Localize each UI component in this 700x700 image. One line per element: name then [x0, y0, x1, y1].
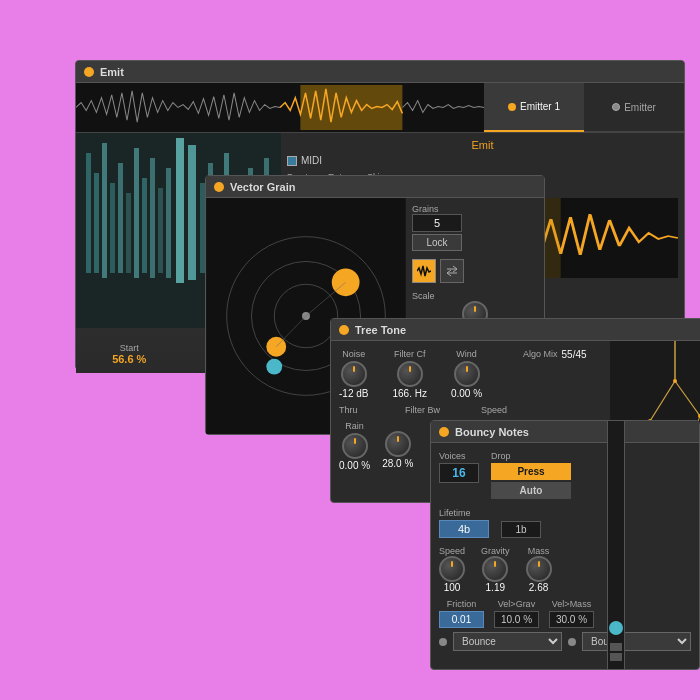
- mass-value: 2.68: [526, 582, 552, 593]
- midi-label: MIDI: [301, 155, 322, 166]
- bn-knob-row: Speed 100 Gravity 1.19 Mass 2.68: [439, 546, 691, 593]
- vel-mass-label: Vel>Mass: [549, 599, 594, 609]
- thru-label: Thru: [339, 405, 381, 415]
- grains-value[interactable]: 5: [412, 214, 462, 232]
- tt-speed-value: 28.0 %: [382, 458, 413, 469]
- start-value: 56.6 %: [112, 353, 146, 365]
- swap-icon-btn[interactable]: [440, 259, 464, 283]
- rain-group: Rain 0.00 %: [339, 421, 370, 471]
- start-label-group: Start 56.6 %: [112, 343, 146, 365]
- grains-label: Grains: [412, 204, 538, 214]
- gravity-knob-group: Gravity 1.19: [481, 546, 510, 593]
- tt-speed-group: 28.0 %: [382, 421, 413, 471]
- algo-mix-value: 55/45: [562, 349, 587, 360]
- vel-mass-value[interactable]: 30.0 %: [549, 611, 594, 628]
- vg-title-dot: [214, 182, 224, 192]
- vel-grav-label: Vel>Grav: [494, 599, 539, 609]
- gravity-label: Gravity: [481, 546, 510, 556]
- svg-rect-10: [142, 178, 147, 273]
- svg-rect-6: [110, 183, 115, 273]
- small-box-value[interactable]: 1b: [501, 521, 541, 538]
- svg-rect-5: [102, 143, 107, 278]
- drop-col: Drop Press Auto: [491, 451, 571, 501]
- speed-knob[interactable]: [439, 556, 465, 582]
- voices-value[interactable]: 16: [439, 463, 479, 483]
- bn-titlebar: Bouncy Notes: [431, 421, 699, 443]
- friction-label: Friction: [439, 599, 484, 609]
- midi-checkbox[interactable]: [287, 156, 297, 166]
- tt-speed-label: Speed: [481, 405, 507, 415]
- svg-rect-15: [188, 145, 196, 280]
- tab2-dot: [612, 103, 620, 111]
- emit-tab1-label: Emitter 1: [520, 101, 560, 112]
- emit-tab-1[interactable]: Emitter 1: [484, 83, 584, 132]
- filter-cf-knob[interactable]: [397, 361, 423, 387]
- bottom-square-2: [610, 653, 622, 661]
- voices-col: Voices 16: [439, 451, 479, 501]
- noise-value: -12 dB: [339, 388, 368, 399]
- small-box-col: 1b: [501, 521, 541, 538]
- lifetime-value[interactable]: 4b: [439, 520, 489, 538]
- noise-knob[interactable]: [341, 361, 367, 387]
- vg-title: Vector Grain: [230, 181, 295, 193]
- waveform-icon-btn[interactable]: [412, 259, 436, 283]
- auto-button[interactable]: Auto: [491, 482, 571, 499]
- tt-titlebar: Tree Tone: [331, 319, 700, 341]
- bottom-square-1: [610, 643, 622, 651]
- emit-waveform-main: [76, 83, 484, 132]
- lock-button[interactable]: Lock: [412, 234, 462, 251]
- gravity-value: 1.19: [481, 582, 510, 593]
- wind-label: Wind: [451, 349, 482, 359]
- rain-knob[interactable]: [342, 433, 368, 459]
- emit-tab-2[interactable]: Emitter: [584, 83, 684, 132]
- bn-title: Bouncy Notes: [455, 426, 529, 438]
- tt-title-dot: [339, 325, 349, 335]
- svg-rect-12: [158, 188, 163, 273]
- emit-title-dot: [84, 67, 94, 77]
- press-button[interactable]: Press: [491, 463, 571, 480]
- vel-grav-value[interactable]: 10.0 %: [494, 611, 539, 628]
- rain-value: 0.00 %: [339, 460, 370, 471]
- emit-top-row: Emitter 1 Emitter: [76, 83, 684, 133]
- filter-cf-label: Filter Cf: [392, 349, 426, 359]
- bn-lifetime-row: Lifetime 4b 1b: [439, 507, 691, 538]
- svg-rect-4: [94, 173, 99, 273]
- speed-label: Speed: [439, 546, 465, 556]
- svg-rect-14: [176, 138, 184, 283]
- scale-label: Scale: [412, 291, 538, 301]
- svg-rect-9: [134, 148, 139, 278]
- filter-cf-value: 166. Hz: [392, 388, 426, 399]
- speed-knob-group: Speed 100: [439, 546, 465, 593]
- bounce-select-2[interactable]: Bounce: [582, 632, 691, 651]
- tab1-dot: [508, 103, 516, 111]
- wind-group: Wind 0.00 %: [451, 349, 482, 399]
- cyan-circle: [609, 621, 623, 635]
- wind-knob[interactable]: [454, 361, 480, 387]
- bn-voices-drop-row: Voices 16 Drop Press Auto: [439, 451, 691, 501]
- gravity-knob[interactable]: [482, 556, 508, 582]
- svg-rect-7: [118, 163, 123, 273]
- mass-knob-group: Mass 2.68: [526, 546, 552, 593]
- friction-group: Friction 0.01: [439, 599, 484, 628]
- emit-title: Emit: [100, 66, 124, 78]
- voices-label: Voices: [439, 451, 479, 461]
- mass-knob[interactable]: [526, 556, 552, 582]
- bn-dot-2: [568, 638, 576, 646]
- rain-label: Rain: [339, 421, 370, 431]
- emit-tab2-label: Emitter: [624, 102, 656, 113]
- bn-bottom-row: Bounce Bounce: [439, 632, 691, 651]
- drop-label: Drop: [491, 451, 571, 461]
- svg-rect-11: [150, 158, 155, 278]
- vg-titlebar: Vector Grain: [206, 176, 544, 198]
- friction-value[interactable]: 0.01: [439, 611, 484, 628]
- svg-rect-13: [166, 168, 171, 278]
- emit-titlebar: Emit: [76, 61, 684, 83]
- bounce-select-1[interactable]: Bounce: [453, 632, 562, 651]
- tt-speed-knob[interactable]: [385, 431, 411, 457]
- svg-rect-8: [126, 193, 131, 273]
- vel-grav-group: Vel>Grav 10.0 %: [494, 599, 539, 628]
- bn-body: Voices 16 Drop Press Auto Lifetime 4b 1b…: [431, 443, 699, 659]
- bn-title-dot: [439, 427, 449, 437]
- svg-rect-3: [86, 153, 91, 273]
- bn-friction-row: Friction 0.01 Vel>Grav 10.0 % Vel>Mass 3…: [439, 599, 691, 628]
